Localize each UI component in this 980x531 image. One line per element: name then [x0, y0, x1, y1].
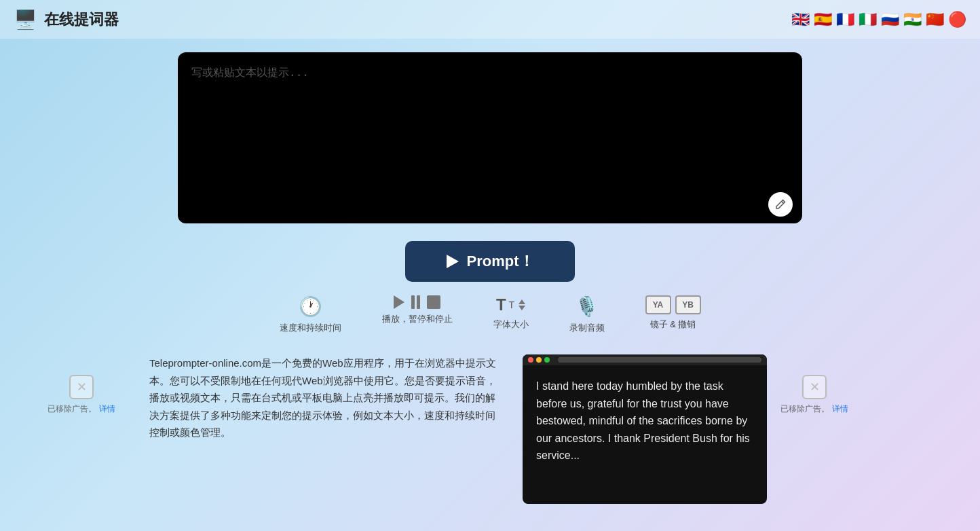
right-ad-zone: ✕ 已移除广告。 详情: [767, 354, 862, 504]
prompt-textarea[interactable]: [178, 52, 802, 223]
mirror-yb-box: YB: [675, 295, 701, 314]
prompt-button-label: Prompt！: [467, 251, 534, 272]
playback-label: 播放，暂停和停止: [382, 313, 453, 325]
fontsize-label: 字体大小: [493, 318, 529, 331]
flag-en[interactable]: 🇬🇧: [791, 11, 810, 29]
flag-it[interactable]: 🇮🇹: [859, 11, 877, 29]
font-t-small: T: [509, 299, 515, 310]
header: 🖥️ 在线提词器 🇬🇧 🇪🇸 🇫🇷 🇮🇹 🇷🇺 🇮🇳 🇨🇳 🔴: [0, 0, 980, 39]
main-content: Prompt！ 🕐 速度和持续时间 播放，暂停和停止: [0, 39, 980, 341]
left-ad-link[interactable]: 详情: [99, 403, 115, 415]
video-top-bar: [523, 354, 767, 365]
language-flags: 🇬🇧 🇪🇸 🇫🇷 🇮🇹 🇷🇺 🇮🇳 🇨🇳 🔴: [791, 11, 966, 29]
flag-fr[interactable]: 🇫🇷: [836, 11, 854, 29]
speed-control[interactable]: 🕐 速度和持续时间: [280, 295, 341, 334]
text-area-wrapper: [178, 52, 802, 226]
pause-bar-2: [417, 295, 420, 309]
audio-control[interactable]: 🎙️ 录制音频: [569, 295, 605, 334]
font-t-big: T: [496, 295, 506, 314]
play-icon: [447, 255, 459, 268]
flag-cn[interactable]: 🇨🇳: [926, 11, 944, 29]
right-ad-text-row: 已移除广告。 详情: [780, 403, 848, 415]
playback-icons: [394, 295, 440, 309]
mic-icon: 🎙️: [575, 295, 599, 318]
flag-ru[interactable]: 🇷🇺: [881, 11, 899, 29]
pause-icon: [411, 295, 420, 309]
app-icon: 🖥️: [14, 8, 37, 31]
edit-icon-button[interactable]: [768, 192, 793, 217]
app-title: 在线提词器: [44, 10, 119, 30]
speed-label: 速度和持续时间: [280, 322, 341, 334]
description-area: Teleprompter-online.com是一个免费的Web应用程序，用于在…: [129, 354, 523, 504]
play-icon-small: [394, 295, 404, 309]
right-ad-close[interactable]: ✕: [802, 375, 827, 399]
left-ad-zone: ✕ 已移除广告。 详情: [34, 354, 129, 504]
description-text: Teleprompter-online.com是一个免费的Web应用程序，用于在…: [149, 354, 502, 441]
mirror-ya-box: YA: [645, 295, 671, 314]
dot-green: [544, 357, 550, 363]
speed-icons: 🕐: [299, 295, 322, 318]
flag-es[interactable]: 🇪🇸: [814, 11, 832, 29]
flag-in[interactable]: 🇮🇳: [903, 11, 922, 29]
stop-icon: [427, 295, 440, 309]
left-ad-text-row: 已移除广告。 详情: [48, 403, 115, 415]
playback-control[interactable]: 播放，暂停和停止: [382, 295, 453, 325]
fontsize-control[interactable]: T T 字体大小: [493, 295, 529, 331]
video-url-bar: [558, 357, 761, 363]
controls-row: 🕐 速度和持续时间 播放，暂停和停止 T T: [280, 295, 701, 334]
flag-jp[interactable]: 🔴: [948, 11, 966, 29]
dot-yellow: [536, 357, 542, 363]
arrow-up-icon: [519, 299, 525, 304]
right-ad-text: 已移除广告。: [780, 403, 829, 415]
prompt-button[interactable]: Prompt！: [405, 241, 575, 282]
pause-bar-1: [411, 295, 415, 309]
video-preview: I stand here today humbled by the task b…: [523, 354, 767, 504]
font-arrows: [519, 299, 525, 310]
gauge-icon: 🕐: [299, 295, 322, 318]
right-ad-link[interactable]: 详情: [832, 403, 848, 415]
left-ad-close[interactable]: ✕: [69, 375, 94, 399]
fontsize-icons: T T: [496, 295, 525, 314]
audio-icons: 🎙️: [575, 295, 599, 318]
audio-label: 录制音频: [569, 322, 605, 334]
left-ad-text: 已移除广告。: [48, 403, 96, 415]
mirror-label: 镜子 & 撤销: [650, 318, 696, 331]
dot-red: [528, 357, 533, 363]
mirror-icons: YA YB: [645, 295, 701, 314]
video-content-text: I stand here today humbled by the task b…: [523, 365, 767, 477]
bottom-section: ✕ 已移除广告。 详情 Teleprompter-online.com是一个免费…: [0, 348, 980, 511]
arrow-down-icon: [519, 306, 525, 310]
header-left: 🖥️ 在线提词器: [14, 8, 119, 31]
mirror-control[interactable]: YA YB 镜子 & 撤销: [645, 295, 701, 331]
